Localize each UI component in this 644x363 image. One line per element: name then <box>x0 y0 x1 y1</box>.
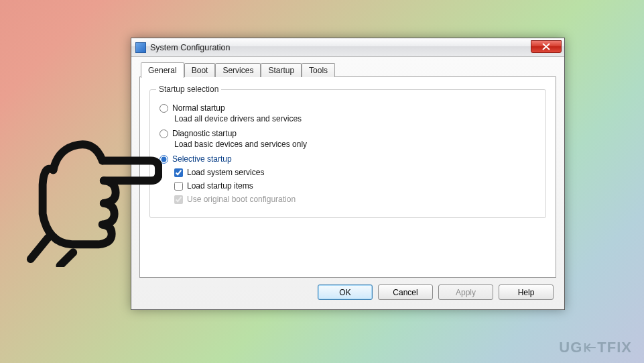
check-orig-boot-label: Use original boot configuration <box>174 195 536 204</box>
radio-normal-text: Normal startup <box>172 103 225 113</box>
cancel-button[interactable]: Cancel <box>378 284 433 300</box>
sub-orig-boot: Use original boot configuration <box>174 195 536 204</box>
radio-normal[interactable] <box>159 104 168 113</box>
option-diagnostic: Diagnostic startup Load basic devices an… <box>159 129 536 149</box>
client-area: General Boot Services Startup Tools Star… <box>131 57 564 309</box>
tabstrip: General Boot Services Startup Tools <box>139 62 556 77</box>
group-legend: Startup selection <box>156 85 221 94</box>
desc-normal: Load all device drivers and services <box>174 114 536 123</box>
desc-diagnostic: Load basic devices and services only <box>174 140 536 149</box>
app-icon <box>135 42 146 53</box>
sub-load-startup: Load startup items <box>174 181 536 191</box>
radio-selective-text: Selective startup <box>172 154 232 164</box>
dialog-button-row: OK Cancel Apply Help <box>139 278 556 304</box>
apply-button[interactable]: Apply <box>438 284 493 300</box>
close-button[interactable] <box>531 40 562 53</box>
option-normal: Normal startup Load all device drivers a… <box>159 103 536 123</box>
tab-panel-general: Startup selection Normal startup Load al… <box>139 76 556 278</box>
check-load-system[interactable] <box>174 168 183 177</box>
tab-boot[interactable]: Boot <box>184 63 216 77</box>
titlebar[interactable]: System Configuration <box>131 38 564 57</box>
check-load-startup[interactable] <box>174 182 183 191</box>
tab-general[interactable]: General <box>141 62 184 78</box>
watermark-right: TFIX <box>597 339 632 356</box>
radio-diagnostic-label[interactable]: Diagnostic startup <box>159 129 536 138</box>
watermark: UG TFIX <box>559 339 632 356</box>
sub-load-system: Load system services <box>174 168 536 177</box>
help-button[interactable]: Help <box>499 284 554 300</box>
radio-diagnostic-text: Diagnostic startup <box>172 129 237 138</box>
radio-selective-label[interactable]: Selective startup <box>159 154 536 164</box>
window-title: System Configuration <box>150 43 527 52</box>
arrow-icon <box>584 340 596 357</box>
system-configuration-window: System Configuration General Boot Servic… <box>131 38 565 310</box>
check-load-startup-label[interactable]: Load startup items <box>174 181 536 191</box>
close-icon <box>542 43 550 50</box>
watermark-left: UG <box>559 339 582 356</box>
tab-tools[interactable]: Tools <box>302 63 335 77</box>
check-orig-boot <box>174 195 183 204</box>
ok-button[interactable]: OK <box>318 284 373 300</box>
check-orig-boot-text: Use original boot configuration <box>187 195 296 204</box>
check-load-startup-text: Load startup items <box>187 181 253 191</box>
radio-diagnostic[interactable] <box>159 129 168 138</box>
check-load-system-label[interactable]: Load system services <box>174 168 536 177</box>
option-selective: Selective startup Load system services L… <box>159 154 536 204</box>
radio-normal-label[interactable]: Normal startup <box>159 103 536 113</box>
check-load-system-text: Load system services <box>187 168 264 177</box>
tab-startup[interactable]: Startup <box>261 63 302 77</box>
startup-selection-group: Startup selection Normal startup Load al… <box>149 89 546 218</box>
radio-selective[interactable] <box>159 155 168 164</box>
tab-services[interactable]: Services <box>215 63 261 77</box>
